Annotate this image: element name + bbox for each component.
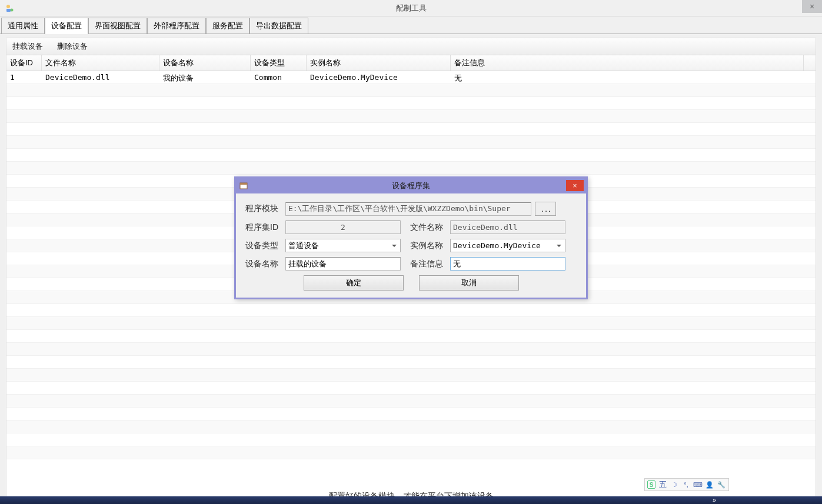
cell-id: 1	[6, 71, 42, 84]
mount-device-button[interactable]: 挂载设备	[12, 41, 43, 52]
table-row-empty	[6, 433, 816, 446]
moon-icon[interactable]: ☽	[670, 480, 679, 489]
ime-s-icon[interactable]: S	[647, 480, 655, 489]
wrench-icon[interactable]: 🔧	[717, 480, 726, 489]
browse-button[interactable]: ...	[535, 202, 556, 216]
label-device-type: 设备类型	[245, 241, 282, 251]
tab-bar: 通用属性 设备配置 界面视图配置 外部程序配置 服务配置 导出数据配置	[0, 16, 822, 34]
svg-point-0	[6, 5, 10, 8]
device-name-input[interactable]	[285, 257, 401, 271]
col-header-devtype[interactable]: 设备类型	[251, 55, 307, 71]
device-type-value: 普通设备	[288, 241, 319, 251]
table-row-empty	[6, 343, 816, 356]
dialog-icon	[239, 182, 248, 190]
cell-devtype: Common	[251, 71, 307, 84]
tab-export-config[interactable]: 导出数据配置	[249, 18, 308, 34]
delete-device-button[interactable]: 删除设备	[57, 41, 88, 52]
main-titlebar: 配制工具 ×	[0, 0, 822, 16]
col-header-id[interactable]: 设备ID	[6, 55, 42, 71]
table-row-empty	[6, 97, 816, 110]
dialog-close-button[interactable]: ×	[566, 180, 584, 191]
table-row-empty	[6, 446, 816, 459]
col-header-remark[interactable]: 备注信息	[451, 55, 804, 71]
tab-view-config[interactable]: 界面视图配置	[88, 18, 147, 34]
tab-general[interactable]: 通用属性	[1, 18, 45, 34]
cell-file: DeviceDemo.dll	[42, 71, 159, 84]
table-row-empty	[6, 330, 816, 343]
svg-point-2	[11, 8, 14, 11]
table-header-row: 设备ID 文件名称 设备名称 设备类型 实例名称 备注信息	[6, 55, 816, 71]
window-title: 配制工具	[396, 3, 427, 14]
taskbar-chevron-icon[interactable]: »	[713, 496, 716, 503]
keyboard-icon[interactable]: ⌨	[693, 480, 703, 489]
table-row-empty	[6, 317, 816, 330]
device-assembly-dialog: 设备程序集 × 程序模块 ... 程序集ID 文件名称 设备类型 普通设备 实例…	[234, 176, 588, 299]
ime-punct-icon[interactable]: °,	[681, 480, 691, 489]
tab-service-config[interactable]: 服务配置	[206, 18, 249, 34]
tab-external-config[interactable]: 外部程序配置	[147, 18, 206, 34]
svg-rect-1	[6, 9, 11, 12]
dialog-titlebar[interactable]: 设备程序集 ×	[236, 178, 586, 193]
tab-device-config[interactable]: 设备配置	[45, 18, 88, 34]
app-icon	[5, 4, 14, 13]
cell-instance: DeviceDemo.MyDevice	[307, 71, 451, 84]
device-type-combo[interactable]: 普通设备	[285, 239, 401, 252]
file-name-input	[450, 221, 565, 234]
table-row-empty	[6, 110, 816, 123]
table-row-empty	[6, 382, 816, 395]
ok-button[interactable]: 确定	[304, 275, 404, 291]
table-row-empty	[6, 420, 816, 433]
cancel-button[interactable]: 取消	[419, 275, 519, 291]
table-row-empty	[6, 356, 816, 369]
label-file-name: 文件名称	[410, 222, 447, 233]
cell-remark: 无	[451, 71, 804, 84]
table-row-empty	[6, 123, 816, 136]
table-row-empty	[6, 136, 816, 149]
instance-name-combo[interactable]: DeviceDemo.MyDevice	[450, 239, 565, 252]
table-row-empty	[6, 395, 816, 408]
label-module: 程序模块	[245, 203, 282, 214]
svg-rect-4	[240, 183, 247, 185]
table-row-empty	[6, 408, 816, 420]
label-remark: 备注信息	[410, 259, 447, 269]
table-row-empty	[6, 162, 816, 175]
close-button[interactable]: ×	[802, 0, 822, 13]
table-row[interactable]: 1 DeviceDemo.dll 我的设备 Common DeviceDemo.…	[6, 71, 816, 84]
person-icon[interactable]: 👤	[705, 480, 714, 489]
label-assembly-id: 程序集ID	[245, 222, 282, 233]
taskbar[interactable]	[0, 496, 822, 504]
assembly-id-input	[285, 221, 401, 234]
col-header-instance[interactable]: 实例名称	[307, 55, 451, 71]
ime-bar[interactable]: S 五 ☽ °, ⌨ 👤 🔧	[644, 478, 729, 491]
dialog-title: 设备程序集	[392, 181, 430, 191]
table-row-empty	[6, 84, 816, 97]
table-row-empty	[6, 304, 816, 317]
label-instance-name: 实例名称	[410, 241, 447, 251]
col-header-devname[interactable]: 设备名称	[159, 55, 251, 71]
module-path-input	[285, 202, 531, 216]
dialog-body: 程序模块 ... 程序集ID 文件名称 设备类型 普通设备 实例名称 Devic…	[236, 193, 586, 298]
remark-input[interactable]	[450, 257, 565, 271]
col-header-file[interactable]: 文件名称	[42, 55, 159, 71]
table-row-empty	[6, 149, 816, 162]
cell-devname: 我的设备	[159, 71, 251, 84]
instance-name-value: DeviceDemo.MyDevice	[453, 241, 541, 250]
label-device-name: 设备名称	[245, 259, 282, 269]
table-row-empty	[6, 369, 816, 382]
toolbar: 挂载设备 删除设备	[6, 38, 816, 55]
ime-wu-icon[interactable]: 五	[658, 480, 667, 489]
